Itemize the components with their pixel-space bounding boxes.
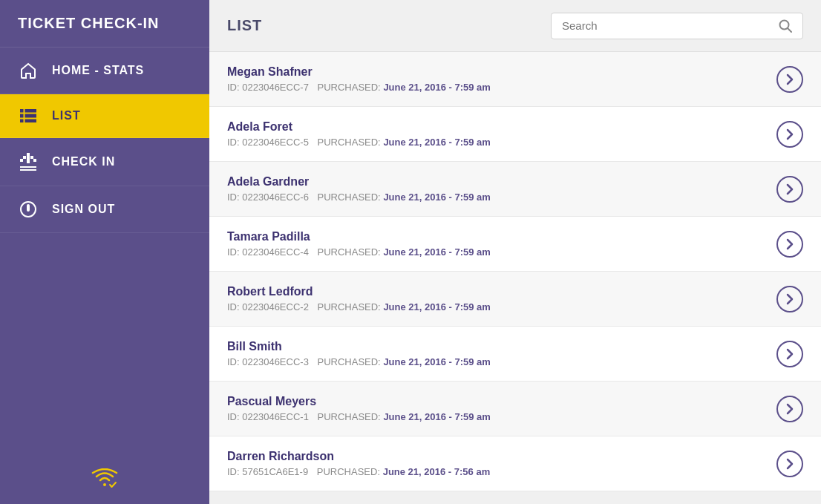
ticket-detail-button[interactable] [776, 66, 803, 93]
purchased-date: June 21, 2016 - 7:56 am [383, 466, 491, 477]
purchased-label: PURCHASED: [317, 466, 380, 477]
svg-rect-8 [20, 159, 23, 162]
home-label: HOME - STATS [52, 64, 144, 77]
purchased-date: June 21, 2016 - 7:59 am [383, 82, 491, 93]
ticket-info: Adela Foret ID: 0223046ECC-5 PURCHASED: … [227, 120, 776, 148]
ticket-detail-button[interactable] [776, 286, 803, 312]
svg-rect-4 [20, 120, 23, 122]
ticket-id-label: ID: [227, 466, 240, 477]
ticket-info: Bill Smith ID: 0223046ECC-3 PURCHASED: J… [227, 340, 776, 367]
sidebar-nav: HOME - STATS LIST [0, 48, 209, 454]
ticket-item[interactable]: Darren Richardson ID: 57651CA6E1-9 PURCH… [209, 436, 821, 491]
svg-line-17 [788, 28, 791, 32]
sidebar-item-list[interactable]: LIST [0, 94, 209, 138]
ticket-info: Pascual Meyers ID: 0223046ECC-1 PURCHASE… [227, 395, 776, 422]
ticket-name: Adela Gardner [227, 175, 776, 189]
ticket-detail-button[interactable] [776, 176, 803, 203]
purchased-date: June 21, 2016 - 7:59 am [383, 137, 491, 148]
ticket-meta: ID: 0223046ECC-4 PURCHASED: June 21, 201… [227, 246, 776, 258]
svg-rect-6 [27, 153, 30, 163]
sidebar-item-home[interactable]: HOME - STATS [0, 48, 209, 94]
svg-rect-0 [20, 109, 23, 112]
ticket-detail-button[interactable] [776, 121, 803, 148]
ticket-id-label: ID: [227, 411, 240, 422]
purchased-label: PURCHASED: [318, 411, 381, 422]
sidebar-footer [0, 454, 209, 504]
ticket-item[interactable]: Adela Gardner ID: 0223046ECC-6 PURCHASED… [209, 162, 821, 217]
ticket-item[interactable]: Robert Ledford ID: 0223046ECC-2 PURCHASE… [209, 272, 821, 327]
main-content: LIST Megan Shafner ID: 0223046ECC-7 PURC… [209, 0, 821, 504]
ticket-item[interactable]: Bill Smith ID: 0223046ECC-3 PURCHASED: J… [209, 327, 821, 382]
ticket-name: Megan Shafner [227, 65, 776, 79]
ticket-detail-button[interactable] [776, 341, 803, 367]
ticket-list: Megan Shafner ID: 0223046ECC-7 PURCHASED… [209, 52, 821, 504]
ticket-meta: ID: 57651CA6E1-9 PURCHASED: June 21, 201… [227, 466, 776, 477]
ticket-item[interactable]: Adela Foret ID: 0223046ECC-5 PURCHASED: … [209, 107, 821, 162]
svg-rect-14 [27, 204, 30, 212]
wifi-status [91, 468, 118, 489]
signout-label: SIGN OUT [52, 203, 115, 216]
ticket-id-value: 0223046ECC-3 [242, 356, 309, 367]
ticket-detail-button[interactable] [776, 231, 803, 258]
ticket-meta: ID: 0223046ECC-7 PURCHASED: June 21, 201… [227, 82, 776, 93]
ticket-id-value: 57651CA6E1-9 [242, 466, 308, 477]
svg-rect-9 [30, 156, 33, 159]
checkin-icon [18, 153, 39, 171]
ticket-id-label: ID: [227, 82, 240, 93]
svg-rect-10 [33, 159, 36, 162]
ticket-meta: ID: 0223046ECC-6 PURCHASED: June 21, 201… [227, 192, 776, 203]
svg-rect-2 [20, 114, 23, 117]
svg-rect-1 [25, 109, 36, 112]
ticket-item[interactable]: Tamara Padilla ID: 0223046ECC-4 PURCHASE… [209, 217, 821, 272]
ticket-item[interactable]: Megan Shafner ID: 0223046ECC-7 PURCHASED… [209, 52, 821, 107]
purchased-date: June 21, 2016 - 7:59 am [383, 246, 491, 258]
purchased-label: PURCHASED: [318, 192, 381, 203]
app-title: TICKET CHECK-IN [0, 0, 209, 48]
ticket-name: Pascual Meyers [227, 395, 776, 408]
purchased-label: PURCHASED: [318, 82, 381, 93]
ticket-name: Bill Smith [227, 340, 776, 353]
ticket-item[interactable]: Pascual Meyers ID: 0223046ECC-1 PURCHASE… [209, 382, 821, 436]
main-title: LIST [227, 17, 551, 34]
ticket-info: Megan Shafner ID: 0223046ECC-7 PURCHASED… [227, 65, 776, 93]
ticket-info: Adela Gardner ID: 0223046ECC-6 PURCHASED… [227, 175, 776, 203]
ticket-name: Adela Foret [227, 120, 776, 134]
signout-icon [18, 201, 39, 217]
ticket-info: Darren Richardson ID: 57651CA6E1-9 PURCH… [227, 450, 776, 477]
ticket-detail-button[interactable] [776, 451, 803, 477]
svg-rect-12 [20, 169, 36, 171]
ticket-meta: ID: 0223046ECC-2 PURCHASED: June 21, 201… [227, 301, 776, 312]
ticket-name: Tamara Padilla [227, 230, 776, 243]
ticket-id-label: ID: [227, 246, 240, 258]
ticket-meta: ID: 0223046ECC-3 PURCHASED: June 21, 201… [227, 356, 776, 367]
home-icon [18, 62, 39, 79]
ticket-id-value: 0223046ECC-5 [242, 137, 309, 148]
purchased-date: June 21, 2016 - 7:59 am [383, 356, 491, 367]
ticket-id-label: ID: [227, 192, 240, 203]
svg-rect-11 [20, 166, 36, 168]
ticket-detail-button[interactable] [776, 396, 803, 422]
sidebar-item-signout[interactable]: SIGN OUT [0, 186, 209, 233]
ticket-meta: ID: 0223046ECC-1 PURCHASED: June 21, 201… [227, 411, 776, 422]
svg-rect-7 [23, 156, 26, 159]
checkin-label: CHECK IN [52, 155, 115, 168]
purchased-label: PURCHASED: [318, 301, 381, 312]
ticket-info: Tamara Padilla ID: 0223046ECC-4 PURCHASE… [227, 230, 776, 258]
sidebar: TICKET CHECK-IN HOME - STATS [0, 0, 209, 504]
purchased-label: PURCHASED: [318, 246, 381, 258]
purchased-date: June 21, 2016 - 7:59 am [383, 301, 491, 312]
search-bar[interactable] [551, 13, 803, 39]
ticket-id-label: ID: [227, 301, 240, 312]
svg-rect-3 [25, 114, 36, 117]
ticket-id-value: 0223046ECC-4 [242, 246, 309, 258]
ticket-id-value: 0223046ECC-7 [242, 82, 309, 93]
ticket-id-label: ID: [227, 137, 240, 148]
ticket-meta: ID: 0223046ECC-5 PURCHASED: June 21, 201… [227, 137, 776, 148]
ticket-name: Robert Ledford [227, 285, 776, 298]
search-input[interactable] [562, 19, 779, 32]
ticket-id-value: 0223046ECC-2 [242, 301, 309, 312]
list-icon [18, 109, 39, 122]
sidebar-item-checkin[interactable]: CHECK IN [0, 138, 209, 186]
ticket-id-value: 0223046ECC-6 [242, 192, 309, 203]
purchased-date: June 21, 2016 - 7:59 am [383, 411, 491, 422]
